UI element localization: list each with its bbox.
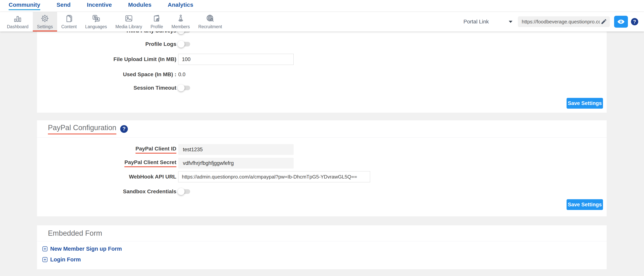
tab-label: Dashboard <box>7 24 28 29</box>
paypal-title-row: PayPal Configuration ? <box>37 120 606 137</box>
nav-item-community[interactable]: Community <box>8 2 40 10</box>
paypal-configuration-card: PayPal Configuration ? PayPal Client ID … <box>37 120 606 216</box>
help-icon[interactable]: ? <box>631 18 638 25</box>
session-timeout-toggle[interactable] <box>178 86 190 90</box>
portal-link-select[interactable]: Portal Link <box>464 19 512 25</box>
new-member-signup-form-label: New Member Sign up Form <box>50 246 122 252</box>
toolbar-tab-recruitment[interactable]: Recruitment <box>194 12 226 32</box>
toolbar-tab-media-library[interactable]: Media Library <box>111 12 146 32</box>
tab-label: Members <box>172 24 190 29</box>
login-form-item[interactable]: Login Form <box>42 255 606 264</box>
community-toolbar: Dashboard Settings <box>0 12 644 32</box>
toolbar-tab-members[interactable]: Members <box>167 12 194 32</box>
sandbox-credentials-toggle[interactable] <box>178 189 190 194</box>
preview-portal-button[interactable] <box>614 16 628 28</box>
tab-label: Recruitment <box>198 24 222 29</box>
paypal-client-id-field[interactable] <box>178 144 294 155</box>
embedded-form-title-row: Embedded Form <box>37 225 606 241</box>
new-member-signup-form-item[interactable]: New Member Sign up Form <box>42 244 606 253</box>
save-settings-button-paypal[interactable]: Save Settings <box>566 199 603 210</box>
gear-icon <box>40 14 49 23</box>
toolbar-tab-languages[interactable]: Languages <box>81 12 111 32</box>
portal-url-box[interactable]: https://foodbeverage.questionpro.com <box>518 16 610 27</box>
nav-item-analytics[interactable]: Analytics <box>168 2 193 10</box>
toolbar-tab-profile[interactable]: Profile <box>146 12 167 32</box>
top-nav: Community Send Incentive Modules Analyti… <box>0 0 644 12</box>
tab-label: Languages <box>85 24 107 29</box>
paypal-client-secret-field[interactable] <box>178 158 294 169</box>
used-space-row: Used Space (In MB) : 0.0 <box>37 71 606 78</box>
caret-down-icon <box>509 21 512 23</box>
app-header: Community Send Incentive Modules Analyti… <box>0 0 644 32</box>
paypal-help-icon[interactable]: ? <box>120 125 128 133</box>
save-settings-button-general[interactable]: Save Settings <box>566 98 603 109</box>
sandbox-credentials-row: Sandbox Credentials <box>37 188 606 195</box>
used-space-value: 0.0 <box>178 72 186 78</box>
profile-logs-toggle[interactable] <box>178 42 190 46</box>
webhook-api-url-input[interactable] <box>178 171 370 182</box>
file-upload-limit-input[interactable] <box>178 54 294 65</box>
toolbar-tabs: Dashboard Settings <box>0 12 226 32</box>
profile-card-icon <box>152 14 161 23</box>
toolbar-tab-content[interactable]: Content <box>57 12 81 32</box>
session-timeout-row: Session Timeout <box>37 84 606 92</box>
portal-link-group: Portal Link https://foodbeverage.questio… <box>464 12 644 32</box>
paypal-client-secret-row: PayPal Client Secret <box>37 158 606 169</box>
file-upload-limit-row: File Upload Limit (In MB) <box>37 54 606 65</box>
general-settings-card: Third Party Surveys Profile Logs File Up… <box>37 21 606 113</box>
profile-logs-label: Profile Logs <box>37 41 176 47</box>
toolbar-tab-dashboard[interactable]: Dashboard <box>3 12 33 32</box>
tab-label: Profile <box>150 24 163 29</box>
embedded-form-section-title: Embedded Form <box>48 229 102 237</box>
sandbox-credentials-label: Sandbox Credentials <box>37 189 176 195</box>
bar-chart-icon <box>13 14 22 23</box>
webhook-api-url-label: WebHook API URL <box>37 174 176 180</box>
nav-item-send[interactable]: Send <box>56 2 70 10</box>
settings-page: Third Party Surveys Profile Logs File Up… <box>0 21 644 269</box>
paypal-client-id-label: PayPal Client ID <box>136 146 176 154</box>
translate-icon <box>92 14 100 23</box>
paypal-client-secret-label: PayPal Client Secret <box>124 159 176 167</box>
webhook-api-url-row: WebHook API URL <box>37 171 606 182</box>
nav-item-incentive[interactable]: Incentive <box>87 2 112 10</box>
edit-url-button[interactable] <box>600 18 608 26</box>
expand-plus-icon <box>42 257 48 262</box>
tab-label: Content <box>61 24 77 29</box>
toolbar-tab-settings[interactable]: Settings <box>33 12 57 32</box>
file-upload-limit-label: File Upload Limit (In MB) <box>37 56 176 62</box>
paypal-section-title: PayPal Configuration <box>48 124 116 134</box>
portal-link-label: Portal Link <box>464 19 489 25</box>
session-timeout-label: Session Timeout <box>37 85 176 91</box>
tab-label: Media Library <box>116 24 142 29</box>
profile-logs-row: Profile Logs <box>37 40 606 48</box>
pages-icon <box>64 14 74 23</box>
expand-plus-icon <box>42 246 48 251</box>
embedded-form-card: Embedded Form New Member Sign up Form Lo… <box>37 225 606 269</box>
paypal-client-id-row: PayPal Client ID <box>37 144 606 155</box>
eye-icon <box>617 18 625 26</box>
edit-pencil-icon <box>600 19 607 25</box>
tab-label: Settings <box>37 24 53 29</box>
used-space-label: Used Space (In MB) : <box>37 71 176 78</box>
nav-item-modules[interactable]: Modules <box>128 2 152 10</box>
portal-url-value: https://foodbeverage.questionpro.com <box>522 19 600 25</box>
globe-search-icon <box>206 14 214 23</box>
image-icon <box>124 14 133 23</box>
login-form-label: Login Form <box>50 256 81 263</box>
person-icon <box>176 14 185 23</box>
